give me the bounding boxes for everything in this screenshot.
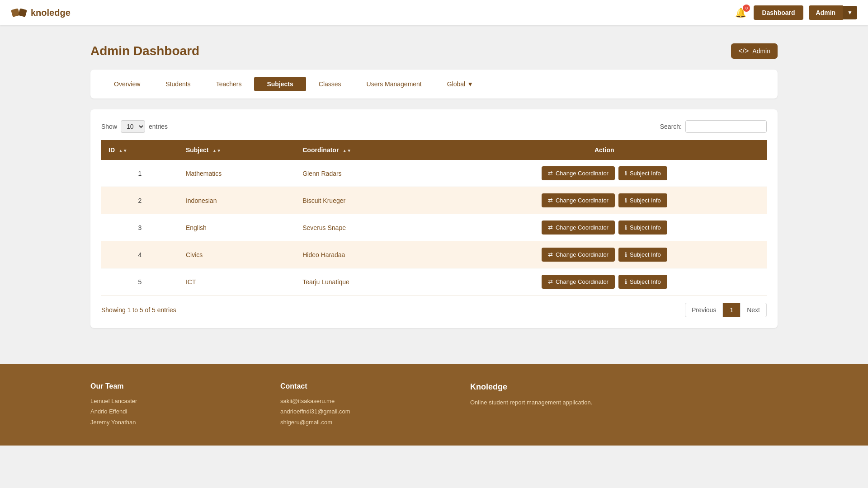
footer-team-title: Our Team — [90, 382, 244, 390]
info-icon: ℹ — [625, 170, 627, 177]
cell-action: ⇄ Change Coordinator ℹ Subject Info — [442, 268, 767, 296]
tab-overview[interactable]: Overview — [101, 77, 153, 91]
change-coordinator-button[interactable]: ⇄ Change Coordinator — [542, 166, 615, 180]
next-page-button[interactable]: Next — [740, 303, 767, 317]
footer-brand: Knoledge Online student report managemen… — [470, 382, 778, 427]
show-select[interactable]: 10 25 50 — [121, 120, 145, 133]
svg-rect-0 — [11, 8, 20, 17]
page-header: Admin Dashboard </> Admin — [90, 43, 778, 59]
page-title: Admin Dashboard — [90, 44, 199, 58]
cell-coordinator: Glenn Radars — [295, 160, 442, 187]
cell-subject: Mathematics — [179, 160, 295, 187]
cell-action: ⇄ Change Coordinator ℹ Subject Info — [442, 160, 767, 187]
contact-email-3[interactable]: shigeru@gmail.com — [280, 417, 434, 427]
cell-subject: Indonesian — [179, 187, 295, 214]
admin-button-group: Admin ▼ — [809, 5, 857, 20]
table-footer: Showing 1 to 5 of 5 entries Previous 1 N… — [101, 303, 767, 317]
footer-brand-desc: Online student report management applica… — [470, 397, 778, 408]
contact-email-1[interactable]: sakii@itsakaseru.me — [280, 396, 434, 406]
col-id: ID ▲▼ — [101, 140, 179, 160]
search-area: Search: — [660, 120, 767, 133]
footer-brand-title: Knoledge — [470, 382, 778, 392]
table-row: 4 Civics Hideo Haradaa ⇄ Change Coordina… — [101, 241, 767, 268]
footer: Our Team Lemuel Lancaster Andrio Effendi… — [0, 364, 868, 446]
search-input[interactable] — [685, 120, 767, 133]
footer-contact: Contact sakii@itsakaseru.me andrioeffndi… — [280, 382, 434, 427]
transfer-icon: ⇄ — [548, 224, 553, 231]
table-header-row: ID ▲▼ Subject ▲▼ Coordinator ▲▼ Action — [101, 140, 767, 160]
chevron-down-icon: ▼ — [467, 80, 473, 88]
info-icon: ℹ — [625, 224, 627, 231]
footer-contact-title: Contact — [280, 382, 434, 390]
contact-email-2[interactable]: andrioeffndi31@gmail.com — [280, 406, 434, 417]
cell-id: 4 — [101, 241, 179, 268]
change-coordinator-button[interactable]: ⇄ Change Coordinator — [542, 248, 615, 262]
tab-global[interactable]: Global ▼ — [434, 77, 486, 91]
transfer-icon: ⇄ — [548, 197, 553, 204]
tab-subjects[interactable]: Subjects — [254, 77, 306, 91]
admin-dropdown-button[interactable]: ▼ — [843, 6, 857, 19]
show-entries-control: Show 10 25 50 entries — [101, 120, 168, 133]
cell-subject: ICT — [179, 268, 295, 296]
change-coordinator-button[interactable]: ⇄ Change Coordinator — [542, 193, 615, 207]
cell-subject: Civics — [179, 241, 295, 268]
page-1-button[interactable]: 1 — [723, 303, 740, 317]
code-icon: </> — [738, 47, 749, 55]
pagination: Previous 1 Next — [685, 303, 767, 317]
cell-id: 2 — [101, 187, 179, 214]
tab-classes[interactable]: Classes — [306, 77, 354, 91]
svg-rect-1 — [18, 8, 27, 17]
col-subject: Subject ▲▼ — [179, 140, 295, 160]
cell-coordinator: Biscuit Krueger — [295, 187, 442, 214]
tab-teachers[interactable]: Teachers — [203, 77, 255, 91]
subject-info-button[interactable]: ℹ Subject Info — [618, 166, 667, 180]
change-coordinator-button[interactable]: ⇄ Change Coordinator — [542, 221, 615, 235]
team-member-2: Andrio Effendi — [90, 406, 244, 417]
cell-id: 5 — [101, 268, 179, 296]
transfer-icon: ⇄ — [548, 278, 553, 285]
cell-id: 3 — [101, 214, 179, 241]
subject-info-button[interactable]: ℹ Subject Info — [618, 193, 667, 207]
subject-info-button[interactable]: ℹ Subject Info — [618, 248, 667, 262]
cell-id: 1 — [101, 160, 179, 187]
cell-action: ⇄ Change Coordinator ℹ Subject Info — [442, 241, 767, 268]
logo-text: knoledge — [31, 8, 71, 18]
transfer-icon: ⇄ — [548, 251, 553, 258]
role-badge: </> Admin — [731, 43, 778, 59]
prev-page-button[interactable]: Previous — [685, 303, 723, 317]
table-card: Show 10 25 50 entries Search: ID ▲▼ — [90, 109, 778, 328]
notif-badge: 0 — [743, 5, 750, 12]
header: knoledge 🔔 0 Dashboard Admin ▼ — [0, 0, 868, 25]
table-row: 3 English Severus Snape ⇄ Change Coordin… — [101, 214, 767, 241]
tab-students[interactable]: Students — [153, 77, 203, 91]
table-controls: Show 10 25 50 entries Search: — [101, 120, 767, 133]
col-action: Action — [442, 140, 767, 160]
subject-info-button[interactable]: ℹ Subject Info — [618, 275, 667, 289]
change-coordinator-button[interactable]: ⇄ Change Coordinator — [542, 275, 615, 289]
notification-button[interactable]: 🔔 0 — [733, 5, 748, 20]
header-right: 🔔 0 Dashboard Admin ▼ — [733, 5, 857, 20]
team-member-3: Jeremy Yonathan — [90, 417, 244, 427]
cell-action: ⇄ Change Coordinator ℹ Subject Info — [442, 187, 767, 214]
cell-coordinator: Tearju Lunatique — [295, 268, 442, 296]
subject-info-button[interactable]: ℹ Subject Info — [618, 221, 667, 235]
entries-label: entries — [149, 123, 168, 130]
cell-subject: English — [179, 214, 295, 241]
showing-text: Showing 1 to 5 of 5 entries — [101, 306, 176, 314]
info-icon: ℹ — [625, 197, 627, 204]
transfer-icon: ⇄ — [548, 170, 553, 177]
logo-area: knoledge — [11, 5, 71, 21]
table-row: 2 Indonesian Biscuit Krueger ⇄ Change Co… — [101, 187, 767, 214]
admin-main-button[interactable]: Admin — [809, 5, 843, 20]
team-member-1: Lemuel Lancaster — [90, 396, 244, 406]
table-row: 5 ICT Tearju Lunatique ⇄ Change Coordina… — [101, 268, 767, 296]
info-icon: ℹ — [625, 251, 627, 258]
table-row: 1 Mathematics Glenn Radars ⇄ Change Coor… — [101, 160, 767, 187]
main-content: Admin Dashboard </> Admin Overview Stude… — [0, 25, 868, 346]
tab-users-management[interactable]: Users Management — [354, 77, 434, 91]
search-label: Search: — [660, 123, 682, 130]
dashboard-button[interactable]: Dashboard — [754, 5, 803, 20]
col-coordinator: Coordinator ▲▼ — [295, 140, 442, 160]
logo-icon — [11, 5, 27, 21]
nav-card: Overview Students Teachers Subjects Clas… — [90, 70, 778, 99]
